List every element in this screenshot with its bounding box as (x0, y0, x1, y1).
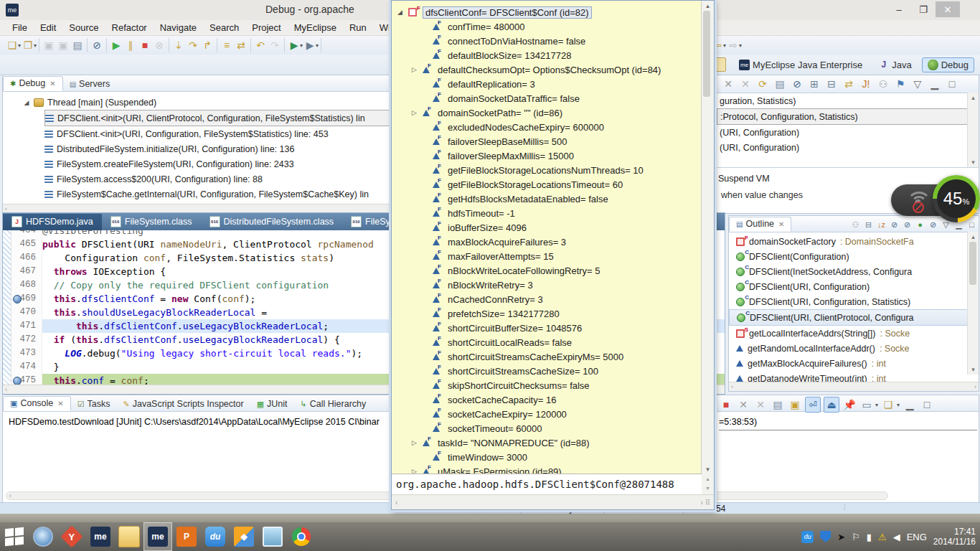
perspective-debug[interactable]: Debug (922, 57, 974, 72)
variable-row[interactable]: FsocketCacheExpiry= 120000 (392, 407, 702, 421)
thread-row[interactable]: ◢ Thread [main] (Suspended) (23, 95, 392, 110)
remove-all-launches-icon[interactable]: ✕ (753, 397, 768, 412)
outline-item[interactable]: CDFSClient(URI, ClientProtocol, Configur… (729, 309, 979, 326)
expanded-icon[interactable]: ◢ (396, 9, 404, 16)
word-wrap-icon[interactable]: ⏎ (805, 397, 821, 413)
drop-to-frame-button[interactable]: ≡ (220, 38, 234, 52)
perspective-java[interactable]: JJava (872, 57, 917, 72)
outline-item[interactable]: SgetLocalInterfaceAddrs(String[]) : Sock… (729, 326, 979, 341)
minimize-view-icon[interactable]: ▁ (903, 397, 917, 412)
stack-frame[interactable]: DFSClient.<init>(URI, Configuration, Fil… (44, 126, 392, 141)
variable-row[interactable]: FgetFileBlockStorageLocationsTimeout= 60 (392, 177, 702, 192)
variable-row[interactable]: FconnectToDnViaHostname= false (392, 34, 702, 48)
breakpoint-item[interactable]: :Protocol, Configuration, Statistics) (717, 108, 979, 125)
variable-row[interactable]: ◢FdfsClientConf= DFSClient$Conf (id=82) (392, 5, 702, 19)
popup-vscrollbar[interactable]: ▴ ▾ (701, 1, 714, 474)
tray-shield[interactable] (820, 531, 831, 542)
app-git[interactable]: Y (57, 522, 86, 551)
menu-myeclipse[interactable]: MyEclipse (288, 22, 343, 33)
forward-button[interactable]: ⇨ (726, 38, 740, 52)
tab-javascript-scripts-inspector[interactable]: ✎JavaScript Scripts Inspector (117, 397, 250, 411)
resume-button[interactable]: ▶ (109, 38, 123, 52)
focus-icon[interactable]: ⚇ (850, 217, 861, 232)
app-wps[interactable]: P (172, 522, 201, 551)
show-breakpoints-supported-icon[interactable]: ⟳ (755, 77, 770, 91)
perspective-myeclipse-java-enterprise[interactable]: meMyEclipse Java Enterprise (733, 57, 868, 72)
variable-row[interactable]: ▷FtaskId= "NONMAPREDUCE" (id=88) (392, 435, 702, 450)
skip-all-breakpoints-icon[interactable]: ⊘ (790, 77, 804, 91)
terminate-button[interactable]: ■ (138, 38, 152, 52)
variable-row[interactable]: FexcludedNodesCacheExpiry= 600000 (392, 120, 702, 134)
breakpoint-item[interactable]: guration, Statistics) (717, 93, 979, 108)
outline-item[interactable]: CDFSClient(InetSocketAddress, Configura (729, 264, 979, 279)
open-console-icon-dropdown[interactable]: ▾ (897, 402, 900, 408)
display-selected-console-icon-dropdown[interactable]: ▾ (875, 402, 878, 408)
maximize-view-icon[interactable]: □ (920, 397, 934, 412)
restore-button[interactable]: ❐ (911, 1, 936, 17)
editor-tab-filesystem-class[interactable]: 010FileSystem.class (102, 214, 201, 230)
skip-all-breakpoints-button[interactable]: ⊘ (90, 38, 104, 52)
minimize-view-icon[interactable]: ▁ (928, 77, 942, 91)
menu-file[interactable]: File (6, 22, 34, 33)
variable-row[interactable]: FsocketCacheCapacity= 16 (392, 392, 702, 407)
view-menu-icon[interactable]: ▽ (910, 77, 925, 91)
pin-console-icon[interactable]: 📌 (842, 397, 857, 412)
remove-breakpoint-icon[interactable]: ✕ (721, 77, 735, 91)
close-icon[interactable]: ✕ (57, 400, 63, 408)
tab-console[interactable]: ▣Console✕ (3, 396, 71, 411)
tray-volume[interactable]: ◀ (893, 532, 900, 542)
breakpoint-icon[interactable] (13, 377, 22, 385)
menu-refactor[interactable]: Refactor (105, 22, 154, 33)
speed-ball-widget[interactable]: 45% (891, 175, 980, 224)
collapse-all-icon[interactable]: ⊟ (863, 217, 874, 232)
menu-navigate[interactable]: Navigate (154, 22, 203, 33)
print-button[interactable]: ▤ (70, 38, 85, 52)
new-wizard-button[interactable]: ❏ (5, 38, 19, 52)
variable-row[interactable]: FmaxBlockAcquireFailures= 3 (392, 235, 702, 249)
show-console-on-output-icon[interactable]: ⏏ (824, 397, 839, 413)
display-selected-console-icon[interactable]: ▭ (859, 397, 874, 412)
new-java-element-button[interactable]: ❐ (21, 38, 35, 52)
breakpoint-item[interactable]: (URI, Configuration) (717, 125, 979, 140)
minimize-button[interactable]: – (887, 1, 911, 17)
use-step-filters-button[interactable]: ⇄ (234, 38, 248, 52)
add-java-exception-breakpoint-icon[interactable]: J! (859, 77, 873, 91)
disconnect-button[interactable]: ⊗ (152, 38, 166, 52)
variable-row[interactable]: FdefaultBlockSize= 134217728 (392, 48, 702, 62)
step-into-button[interactable]: ⇣ (171, 38, 186, 52)
menu-project[interactable]: Project (245, 22, 287, 33)
variable-row[interactable]: FshortCircuitBufferSize= 1048576 (392, 321, 702, 335)
variable-row[interactable]: FsocketTimeout= 60000 (392, 421, 702, 435)
variable-row[interactable]: FfailoverSleepBaseMillis= 500 (392, 134, 702, 149)
stack-frame[interactable]: FileSystem.access$200(URI, Configuration… (44, 171, 392, 187)
tab-call-hierarchy[interactable]: ↳Call Hierarchy (294, 397, 373, 411)
detail-scroll[interactable]: ▴▾ (702, 474, 714, 494)
variable-row[interactable]: FprefetchSize= 1342177280 (392, 306, 702, 321)
start-button[interactable] (0, 522, 29, 551)
step-over-button[interactable]: ↷ (186, 38, 200, 52)
tray-flag[interactable]: ⚐ (852, 532, 860, 542)
expand-all-icon[interactable]: ⊞ (807, 77, 821, 91)
outline-item[interactable]: CDFSClient(Configuration) (729, 249, 979, 264)
tray-battery[interactable]: ▮ (867, 532, 872, 542)
scroll-lock-icon[interactable]: ▣ (788, 397, 802, 412)
group-by-icon[interactable]: ⚇ (876, 77, 890, 91)
app-vmware[interactable]: ◆ (230, 522, 258, 551)
tray-bird[interactable]: ➤ (837, 532, 845, 542)
variable-row[interactable]: ▷FuMask= FsPermission (id=89) (392, 464, 702, 474)
app-ring[interactable] (29, 522, 57, 551)
app-chrome[interactable] (287, 522, 316, 551)
breakpoint-item[interactable]: (URI, Configuration) (717, 140, 979, 155)
variable-row[interactable]: FdomainSocketDataTraffic= false (392, 91, 702, 105)
remove-all-breakpoints-icon[interactable]: ✕ (738, 77, 753, 91)
variable-row[interactable]: FtimeWindow= 3000 (392, 450, 702, 464)
variable-row[interactable]: FskipShortCircuitChecksums= false (392, 378, 702, 392)
go-to-file-icon[interactable]: ▤ (773, 77, 787, 91)
variable-row[interactable]: FhdfsTimeout= -1 (392, 206, 702, 220)
filter-icon[interactable]: ⚑ (893, 77, 908, 91)
save-all-button[interactable]: ▣ (56, 38, 70, 52)
breakpoints-vscrollbar[interactable]: ▴▾ (967, 93, 979, 167)
tab-junit[interactable]: ▦JUnit (250, 397, 294, 411)
taskbar-clock[interactable]: 17:41 2014/11/16 (933, 527, 976, 547)
collapse-all-icon[interactable]: ⊟ (824, 77, 839, 91)
